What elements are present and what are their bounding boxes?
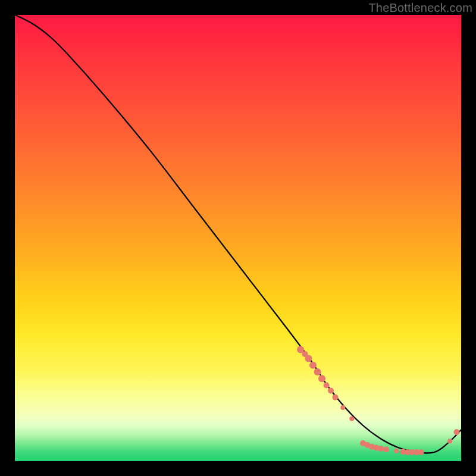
- marker-dot: [328, 388, 334, 394]
- watermark-text: TheBottleneck.com: [368, 1, 472, 15]
- chart-stage: TheBottleneck.com: [0, 0, 476, 476]
- marker-dot: [340, 405, 345, 410]
- curve-markers: [297, 346, 460, 456]
- marker-dot: [418, 449, 424, 455]
- marker-dot: [318, 375, 325, 382]
- marker-dot: [333, 394, 339, 400]
- marker-dot: [349, 416, 354, 421]
- marker-dot: [314, 368, 321, 375]
- marker-dot: [454, 429, 460, 435]
- marker-dot: [324, 383, 330, 389]
- curve-layer: [15, 15, 461, 461]
- marker-dot: [305, 355, 312, 362]
- plot-area: [15, 15, 461, 461]
- marker-dot: [394, 449, 399, 453]
- marker-dot: [378, 446, 384, 452]
- bottleneck-curve: [15, 15, 461, 453]
- marker-dot: [309, 362, 317, 369]
- marker-dot: [383, 447, 389, 453]
- marker-dot: [447, 439, 452, 443]
